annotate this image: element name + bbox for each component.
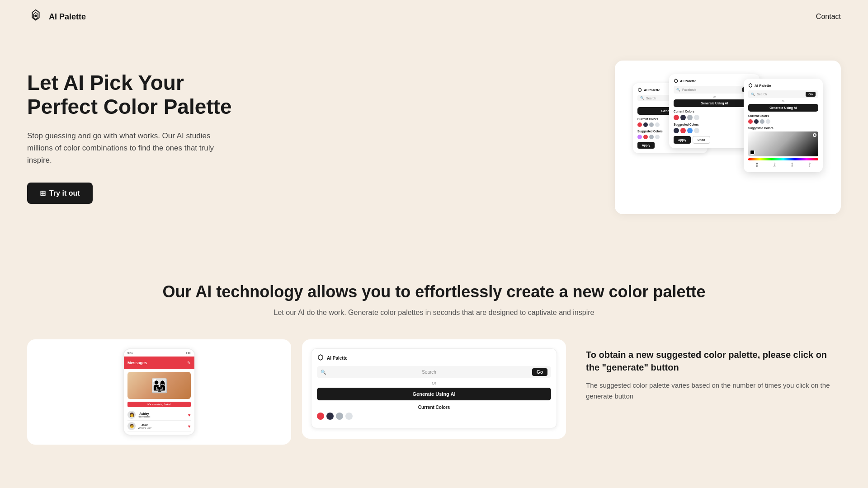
hero-section: Let AI Pick Your Perfect Color Palette S… [0, 33, 868, 250]
color-dot [754, 119, 759, 124]
phone-name-2: Jake [138, 423, 151, 427]
logo-icon [27, 8, 44, 25]
picker-black-square [750, 150, 755, 155]
phone-status-bar: 9:41 ●●● [124, 349, 194, 357]
mockup-front-go-btn[interactable]: Go [806, 92, 816, 97]
app-header: AI Palette [317, 354, 551, 361]
ai-palette-app: AI Palette 🔍 Search Go Or Generate Using… [311, 348, 557, 428]
app-generate-label: Generate Using AI [413, 391, 456, 397]
phone-list-item: 👨 Jake What's up? ♥ [127, 421, 191, 432]
generate-label-mid: Generate Using AI [701, 102, 728, 105]
mockup-mid-suggested-colors [674, 128, 755, 133]
mockup-rainbow-slider [748, 158, 818, 160]
phone-content: 👨‍👩‍👧 It's a match, Jake! 👩 Ashley Hey t… [124, 369, 194, 435]
color-dot [637, 122, 642, 127]
mockup-back-title: AI Palette [644, 88, 660, 92]
app-go-button[interactable]: Go [532, 368, 547, 376]
phone-time: 9:41 [127, 352, 133, 354]
contact-link[interactable]: Contact [816, 13, 841, 21]
hero-title: Let AI Pick Your Perfect Color Palette [27, 71, 235, 119]
rgb-g-field: 0 G [774, 162, 775, 168]
color-dot [649, 122, 654, 127]
mockup-front-current-colors [748, 119, 818, 124]
mockup-group: AI Palette 🔍 Search Or Generate Ui Curre… [633, 74, 823, 201]
mockup-mid-fb-label: Facebook [682, 88, 696, 91]
svg-marker-4 [675, 79, 678, 83]
app-color-gray [336, 413, 343, 420]
mockup-mid-generate-btn[interactable]: Generate Using AI [674, 99, 755, 107]
app-logo-icon [317, 354, 324, 361]
mockup-back-apply-btn[interactable]: Apply [637, 142, 655, 149]
color-dot [655, 135, 660, 139]
picker-circle-handle [813, 133, 816, 137]
rgb-hex-field: 0 # [809, 162, 810, 168]
color-dot [680, 115, 686, 120]
color-dot [760, 119, 764, 124]
mockup-mid-undo-btn[interactable]: Undo [693, 136, 710, 144]
app-color-light [345, 413, 353, 420]
mockup-rgb-inputs: 0 R 0 G 0 B 0 # [748, 162, 818, 168]
svg-point-2 [34, 14, 37, 17]
color-dot [643, 122, 648, 127]
panel-right-desc: The suggested color palette varies based… [586, 380, 832, 402]
logo-text: AI Palette [49, 12, 86, 22]
people-emoji: 👨‍👩‍👧 [151, 378, 168, 394]
search-icon-front: 🔍 [751, 93, 755, 96]
app-search-placeholder: Search [329, 370, 529, 375]
heart-icon-1: ♥ [188, 413, 191, 418]
svg-marker-5 [749, 84, 752, 87]
app-search-icon: 🔍 [321, 370, 326, 375]
phone-list-item: 👩 Ashley Hey there! ♥ [127, 409, 191, 421]
nav-logo: AI Palette [27, 8, 86, 25]
panel-description: To obtain a new suggested color palette,… [577, 339, 841, 411]
hero-mockup-container: AI Palette 🔍 Search Or Generate Ui Curre… [615, 61, 841, 214]
color-dot [674, 128, 679, 133]
app-current-colors [317, 413, 551, 420]
rgb-hex-label: # [809, 165, 810, 168]
mockup-mid-current-label: Current Colors [674, 110, 755, 113]
panel-right-title: To obtain a new suggested color palette,… [586, 348, 832, 374]
section2: Our AI technology allows you to effortle… [0, 250, 868, 467]
phone-avatar-2: 👨 [127, 422, 136, 430]
grid-icon: ⊞ [40, 189, 46, 197]
color-dot [748, 119, 753, 124]
phone-header-icon: ✎ [187, 361, 191, 365]
color-dot [766, 119, 770, 124]
color-dot [687, 115, 693, 120]
try-it-out-button[interactable]: ⊞ Try it out [27, 183, 93, 204]
cta-label: Try it out [49, 189, 80, 197]
section2-title: Our AI technology allows you to effortle… [27, 282, 841, 301]
mockup-front-panel: AI Palette 🔍 Search Go Or Generate Using… [744, 79, 823, 172]
app-color-dark [326, 413, 334, 420]
color-dot [643, 135, 648, 139]
mockup-mid-apply-btn[interactable]: Apply [674, 136, 691, 144]
svg-marker-6 [318, 355, 323, 360]
phone-msg-2: What's up? [138, 427, 151, 429]
mockup-front-header: AI Palette [748, 83, 818, 88]
heart-icon-2: ♥ [188, 424, 191, 429]
mockup-mid-search: 🔍 Facebook Go [674, 86, 755, 94]
color-dot [694, 128, 699, 133]
color-dot [694, 115, 699, 120]
phone-header: Messages ✎ [124, 357, 194, 369]
hero-description: Stop guessing and go with what works. Ou… [27, 130, 235, 167]
search-icon-back: 🔍 [640, 96, 644, 100]
color-dot [649, 135, 654, 139]
mockup-mid-suggested-label: Suggested Colors [674, 123, 755, 126]
mockup-mid-current-colors [674, 115, 755, 120]
rgb-r-field: 0 R [756, 162, 758, 168]
mockup-front-generate-btn[interactable]: Generate Using AI [748, 104, 818, 112]
phone-signal: ●●● [186, 352, 191, 354]
app-generate-button[interactable]: Generate Using AI [317, 388, 551, 400]
panel-app: AI Palette 🔍 Search Go Or Generate Using… [302, 339, 566, 439]
mockup-front-or: Or [748, 100, 818, 103]
color-dot [687, 128, 693, 133]
color-dot [637, 135, 642, 139]
svg-marker-3 [638, 88, 642, 92]
rgb-g-label: G [774, 165, 775, 168]
phone-header-title: Messages [127, 361, 147, 365]
mockup-mid-actions: Apply Undo [674, 136, 755, 144]
app-search-row: 🔍 Search Go [317, 366, 551, 378]
match-label: It's a match, Jake! [127, 402, 191, 407]
rgb-r-label: R [756, 165, 758, 168]
